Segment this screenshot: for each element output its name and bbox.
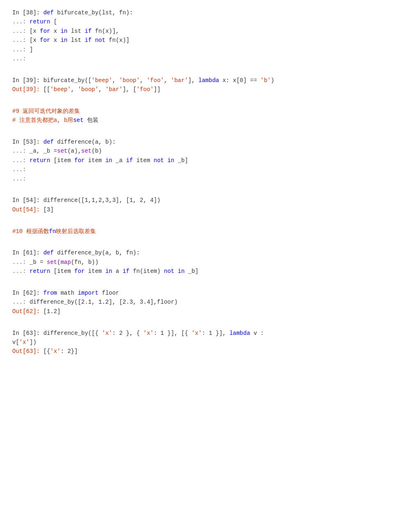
line-38-1: In [38]: def bifurcate_by(lst, fn):	[12, 8, 408, 17]
cell-39: In [39]: bifurcate_by(['beep', 'boop', '…	[12, 76, 408, 94]
line-38-4: ...: [x for x in lst if not fn(x)]	[12, 36, 408, 45]
cell-53: In [53]: def difference(a, b): ...: _a, …	[12, 137, 408, 183]
cell-61: In [61]: def difference_by(a, b, fn): ..…	[12, 248, 408, 276]
line-39-1: In [39]: bifurcate_by(['beep', 'boop', '…	[12, 76, 408, 85]
line-61-2: ...: _b = set(map(fn, b))	[12, 258, 408, 267]
line-39-out: Out[39]: [['beep', 'boop', 'bar'], ['foo…	[12, 85, 408, 94]
notebook-content: In [38]: def bifurcate_by(lst, fn): ...:…	[12, 8, 408, 356]
cell-54: In [54]: difference([1,1,2,3,3], [1, 2, …	[12, 196, 408, 214]
line-62-out: Out[62]: [1.2]	[12, 307, 408, 316]
comment-9-1: #9 返回可迭代对象的差集	[12, 107, 408, 116]
line-54-1: In [54]: difference([1,1,2,3,3], [1, 2, …	[12, 196, 408, 205]
line-53-5: ...:	[12, 174, 408, 183]
line-63-2: v['x'])	[12, 338, 408, 347]
line-63-out: Out[63]: [{'x': 2}]	[12, 347, 408, 356]
line-61-3: ...: return [item for item in a if fn(it…	[12, 267, 408, 276]
line-63-1: In [63]: difference_by([{ 'x': 2 }, { 'x…	[12, 329, 408, 338]
line-38-2: ...: return [	[12, 17, 408, 26]
comment-9: #9 返回可迭代对象的差集 # 注意首先都把a, b用set 包装	[12, 107, 408, 125]
line-53-2: ...: _a, _b =set(a),set(b)	[12, 147, 408, 156]
cell-63: In [63]: difference_by([{ 'x': 2 }, { 'x…	[12, 329, 408, 356]
comment-10: #10 根据函数fn映射后选取差集	[12, 227, 408, 236]
comment-10-1: #10 根据函数fn映射后选取差集	[12, 227, 408, 236]
cell-62: In [62]: from math import floor ...: dif…	[12, 288, 408, 316]
cell-38: In [38]: def bifurcate_by(lst, fn): ...:…	[12, 8, 408, 63]
line-62-1: In [62]: from math import floor	[12, 288, 408, 298]
line-53-4: ...:	[12, 165, 408, 174]
line-38-6: ...:	[12, 54, 408, 63]
line-53-3: ...: return [item for item in _a if item…	[12, 156, 408, 165]
line-38-5: ...: ]	[12, 45, 408, 54]
line-54-out: Out[54]: [3]	[12, 205, 408, 214]
line-61-1: In [61]: def difference_by(a, b, fn):	[12, 248, 408, 257]
line-38-3: ...: [x for x in lst if fn(x)],	[12, 27, 408, 36]
comment-9-2: # 注意首先都把a, b用set 包装	[12, 116, 408, 125]
line-53-1: In [53]: def difference(a, b):	[12, 137, 408, 147]
line-62-2: ...: difference_by([2.1, 1.2], [2.3, 3.4…	[12, 298, 408, 307]
